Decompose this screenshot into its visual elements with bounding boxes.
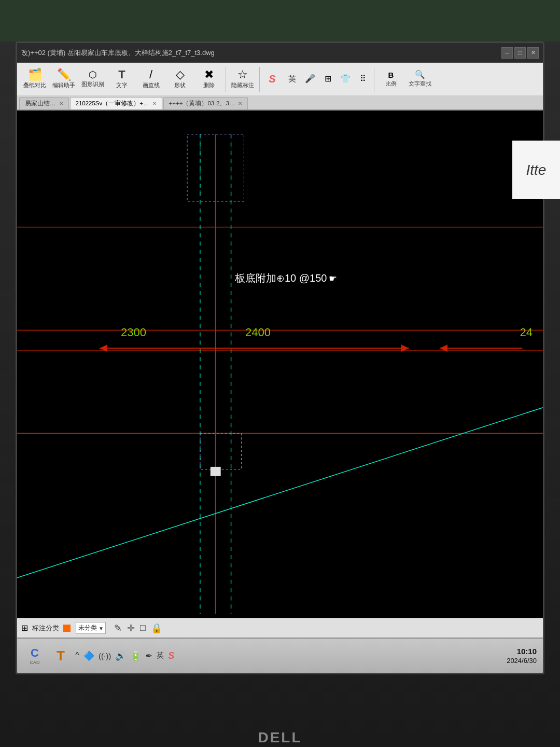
delete-label: 删除 [203,81,215,89]
category-dropdown[interactable]: 未分类 ▼ [76,622,106,634]
taskbar-text-app[interactable]: T [49,643,72,669]
edit-action-icon[interactable]: ✎ [114,622,122,634]
dell-logo: DELL [258,729,302,746]
volume-icon[interactable]: 🔊 [115,651,126,661]
svg-marker-8 [100,344,107,352]
ratio-label: 比例 [385,80,397,88]
tab-3-close[interactable]: ✕ [238,101,242,106]
paper-compare-icon: 🗂️ [28,69,42,80]
tshirt-icon: 👕 [340,75,351,83]
toolbar-tshirt[interactable]: 👕 [338,65,353,93]
svg-marker-9 [401,344,409,352]
dropdown-arrow-icon: ▼ [99,625,104,631]
mic-icon: 🎤 [305,75,315,83]
category-color-box [63,624,72,633]
paper-compare-label: 叠纸对比 [23,81,46,89]
lock-action-icon[interactable]: 🔒 [151,622,162,634]
cad-canvas[interactable]: 板底附加⊕10 @150 ☛ 2300 2400 24 [17,110,543,638]
toolbar-sogou[interactable]: S [263,65,282,93]
tab-1[interactable]: 易家山结… ✕ [19,97,69,109]
text-icon: T [118,69,125,80]
shape-recognize-label: 图形识别 [81,80,104,88]
tab-bar: 易家山结… ✕ 210225Sv（一审修改）+… ✕ ++++（黄埔）03-2、… [17,96,543,110]
taskbar-clock-area: 10:10 2024/6/30 [507,647,537,665]
toolbar-hide-mark[interactable]: ☆ 隐藏标注 [229,65,256,93]
tab-1-label: 易家山结… [25,100,56,107]
taskbar-system-icons: ^ 🔷 ((·)) 🔊 🔋 ✒ 英 S [75,651,174,661]
title-bar-text: 改)++02 (黄埔) 岳阳易家山车库底板、大样结构施2_t7_t7_t3.dw… [21,48,500,58]
pen-icon: ✒ [145,651,152,661]
right-edge-label: Itte [526,162,547,178]
monitor-screen: 改)++02 (黄埔) 岳阳易家山车库底板、大样结构施2_t7_t7_t3.dw… [16,42,544,674]
toolbar-draw-line[interactable]: / 画直线 [137,65,164,93]
minimize-button[interactable]: ─ [501,47,513,59]
draw-line-icon: / [149,69,152,80]
toolbar-text-search[interactable]: 🔍 文字查找 [407,65,433,93]
text-search-icon: 🔍 [415,71,425,79]
toolbar-apps[interactable]: ⠿ [355,65,371,93]
taskbar-cad-app[interactable]: C CAD [23,643,46,669]
toolbar-lang-en[interactable]: 英 [284,65,300,93]
toolbar-text[interactable]: T 文字 [108,65,135,93]
top-background [0,0,560,42]
lang-en-icon: 英 [288,75,296,82]
right-edge-partial-text: Itte [512,141,560,199]
toolbar-mic[interactable]: 🎤 [302,65,318,93]
dim-24: 24 [520,326,533,339]
tab-2-label: 210225Sv（一审修改）+… [76,100,149,107]
toolbar-shape-recognize[interactable]: ⬡ 图形识别 [79,65,106,93]
close-button[interactable]: ✕ [527,47,539,59]
svg-line-12 [17,408,543,578]
edit-helper-icon: ✏️ [57,69,71,80]
toolbar-ratio[interactable]: B 比例 [377,65,404,93]
toolbar-paper-compare[interactable]: 🗂️ 叠纸对比 [21,65,48,93]
tab-1-close[interactable]: ✕ [59,101,63,106]
text-app-icon: T [57,648,65,664]
maximize-button[interactable]: □ [514,47,526,59]
taskbar: C CAD T ^ 🔷 ((·)) 🔊 🔋 ✒ 英 S 10:10 2024/6… [17,638,543,673]
sogou-icon: S [269,73,275,85]
tab-3-label: ++++（黄埔）03-2、3… [169,100,235,107]
ratio-icon: B [388,71,394,79]
wifi-icon: ((·)) [99,652,111,660]
cad-drawing [17,110,543,638]
cad-annotation-text: 板底附加⊕10 @150 ☛ [235,271,337,285]
hide-mark-icon: ☆ [237,69,248,80]
sogou-taskbar-icon[interactable]: S [168,651,174,661]
delete-icon: ✖ [204,69,214,80]
hide-mark-label: 隐藏标注 [231,81,254,89]
svg-rect-13 [200,433,242,469]
toolbar-edit-helper[interactable]: ✏️ 编辑助手 [50,65,77,93]
bottom-toolbar: ⊞ 标注分类 未分类 ▼ ✎ ✛ □ 🔒 [17,618,543,638]
taskbar-time: 10:10 [517,647,537,656]
dim-2300: 2300 [121,326,146,339]
tab-2[interactable]: 210225Sv（一审修改）+… ✕ [70,97,162,109]
text-search-label: 文字查找 [409,80,431,88]
category-dropdown-label: 未分类 [78,624,97,631]
annotation-label: 板底附加⊕10 @150 [235,271,327,285]
svg-marker-11 [440,344,447,352]
bluetooth-icon: 🔷 [83,651,94,661]
toolbar-delete[interactable]: ✖ 删除 [195,65,222,93]
draw-line-label: 画直线 [143,81,160,89]
label-category-text: 标注分类 [32,624,59,633]
toolbar-divider-1 [226,67,226,92]
hand-cursor-icon: ☛ [329,273,337,284]
cad-app-label: CAD [30,660,39,665]
toolbar-shape[interactable]: ◇ 形状 [166,65,193,93]
category-color-indicator [63,625,71,632]
shape-icon: ◇ [176,69,185,80]
shape-recognize-icon: ⬡ [89,70,97,79]
system-tray-caret-icon[interactable]: ^ [75,651,79,661]
toolbar: 🗂️ 叠纸对比 ✏️ 编辑助手 ⬡ 图形识别 T 文字 / 画直线 ◇ 形状 [17,63,543,96]
tab-3[interactable]: ++++（黄埔）03-2、3… ✕ [163,97,248,109]
input-en-icon[interactable]: 英 [157,651,164,660]
toolbar-grid[interactable]: ⊞ [320,65,335,93]
move-action-icon[interactable]: ✛ [127,622,135,634]
tab-2-close[interactable]: ✕ [152,101,157,106]
title-bar: 改)++02 (黄埔) 岳阳易家山车库底板、大样结构施2_t7_t7_t3.dw… [17,43,543,63]
copy-action-icon[interactable]: □ [140,622,146,634]
grid-icon: ⊞ [325,75,331,83]
cad-app-icon: C [31,646,39,660]
label-category-icon: ⊞ [21,623,28,633]
